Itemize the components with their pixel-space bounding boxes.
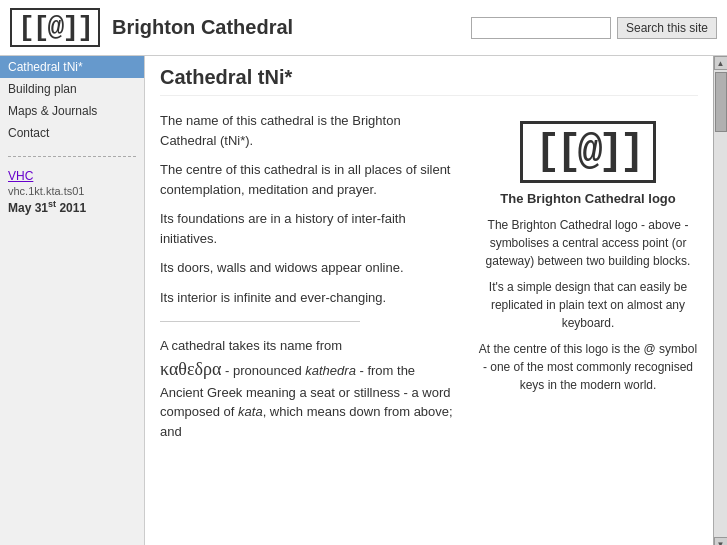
content-columns: The name of this cathedral is the Bright… [160,111,698,451]
sidebar-item-cathedral-tni[interactable]: Cathedral tNi* [0,56,144,78]
vhc-link[interactable]: VHC [8,169,136,183]
paragraph-4: Its doors, walls and widows appear onlin… [160,258,458,278]
scroll-up-button[interactable]: ▲ [714,56,728,70]
page-title: Cathedral tNi* [160,66,698,96]
search-button[interactable]: Search this site [617,17,717,39]
logo-description: The Brighton Cathedral logo - above - sy… [478,216,698,394]
site-header: [[@]] Brighton Cathedral Search this sit… [0,0,727,56]
sidebar: Cathedral tNi* Building plan Maps & Jour… [0,56,145,545]
nav-menu: Cathedral tNi* Building plan Maps & Jour… [0,56,144,144]
vhc-address: vhc.1kt.kta.ts01 [8,185,136,197]
nav-link-maps-journals[interactable]: Maps & Journals [0,100,144,122]
main-layout: Cathedral tNi* Building plan Maps & Jour… [0,56,727,545]
date-text: May 31 [8,201,48,215]
logo-desc-2: It's a simple design that can easily be … [478,278,698,332]
big-logo: [[@]] [520,121,656,183]
sidebar-divider [8,156,136,157]
paragraph-3: Its foundations are in a history of inte… [160,209,458,248]
text-column: The name of this cathedral is the Bright… [160,111,458,451]
bottom-para-2: - pronounced [221,363,305,378]
logo-caption: The Brighton Cathedral logo [478,191,698,206]
bottom-para-1: A cathedral takes its name from [160,338,342,353]
site-title: Brighton Cathedral [112,16,293,39]
kathedra-italic: kathedra [305,363,356,378]
content-area: Cathedral tNi* The name of this cathedra… [145,56,713,545]
paragraph-2: The centre of this cathedral is in all p… [160,160,458,199]
date-sup: st [48,199,56,209]
nav-link-cathedral-tni[interactable]: Cathedral tNi* [0,56,144,78]
scroll-thumb[interactable] [715,72,727,132]
kata-italic: kata [238,404,263,419]
logo-desc-3: At the centre of this logo is the @ symb… [478,340,698,394]
header-logo: [[@]] [10,8,100,47]
bottom-paragraph: A cathedral takes its name from καθεδρα … [160,336,458,441]
sidebar-item-maps-journals[interactable]: Maps & Journals [0,100,144,122]
paragraph-5: Its interior is infinite and ever-changi… [160,288,458,308]
scroll-down-button[interactable]: ▼ [714,537,728,545]
vhc-date: May 31st 2011 [8,199,136,215]
sidebar-item-contact[interactable]: Contact [0,122,144,144]
date-year: 2011 [56,201,86,215]
logo-area: [[@]] Brighton Cathedral [10,8,471,47]
scrollbar[interactable]: ▲ ▼ [713,56,727,545]
sidebar-extra: VHC vhc.1kt.kta.ts01 May 31st 2011 [0,165,144,219]
logo-column: [[@]] The Brighton Cathedral logo The Br… [478,111,698,451]
nav-link-contact[interactable]: Contact [0,122,144,144]
sidebar-item-building-plan[interactable]: Building plan [0,78,144,100]
nav-link-building-plan[interactable]: Building plan [0,78,144,100]
logo-desc-1: The Brighton Cathedral logo - above - sy… [478,216,698,270]
paragraph-1: The name of this cathedral is the Bright… [160,111,458,150]
search-area: Search this site [471,17,717,39]
search-input[interactable] [471,17,611,39]
content-divider [160,321,360,322]
greek-word: καθεδρα [160,359,221,379]
